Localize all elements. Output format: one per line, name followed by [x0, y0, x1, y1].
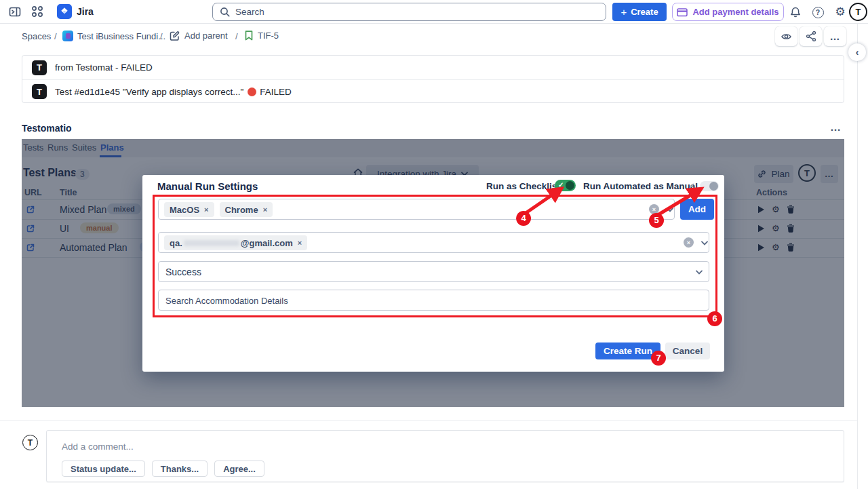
plus-icon: +	[620, 6, 627, 18]
failed-status-icon	[248, 87, 256, 96]
test-result-row[interactable]: T from Testomat - FAILED	[22, 56, 844, 79]
quick-reply-status-update[interactable]: Status update...	[62, 461, 145, 477]
toggle-knob	[709, 182, 718, 191]
test-result-text: from Testomat - FAILED	[55, 62, 153, 73]
add-payment-details-button[interactable]: Add payment details	[672, 3, 784, 21]
search-placeholder: Search	[235, 7, 264, 17]
app-name: Jira	[77, 6, 94, 17]
toggle-knob	[566, 181, 574, 190]
comment-box[interactable]: Add a comment... Status update... Thanks…	[46, 430, 844, 482]
comment-user-avatar: T	[22, 435, 38, 450]
status-select-value: Success	[165, 267, 201, 277]
status-select[interactable]: Success	[158, 261, 709, 282]
comment-placeholder: Add a comment...	[62, 442, 134, 452]
create-button-label: Create	[631, 7, 658, 17]
sidebar-toggle-button[interactable]	[7, 3, 23, 20]
testomat-logo-icon: T	[32, 84, 47, 99]
ellipsis-icon: …	[830, 121, 842, 133]
remove-tag-icon[interactable]: ×	[204, 206, 208, 214]
testomatio-more-button[interactable]: …	[830, 121, 842, 134]
assignee-multiselect[interactable]: qa.@gmail.com × ×	[158, 232, 709, 253]
chevron-down-icon[interactable]	[667, 208, 673, 212]
project-avatar-icon	[62, 31, 73, 41]
test-result-row[interactable]: T Test #ed1d1e45 "Verify app displays co…	[22, 79, 844, 103]
clear-field-icon[interactable]: ×	[684, 237, 694, 248]
redacted-email-blur	[184, 240, 239, 246]
failed-status-label: FAILED	[260, 87, 292, 97]
run-as-checklist-label: Run as Checklist	[486, 181, 560, 191]
breadcrumb-separator: /	[54, 31, 57, 41]
check-icon: ✓	[689, 182, 694, 189]
quick-reply-agree[interactable]: Agree...	[214, 461, 264, 477]
add-parent-label: Add parent	[184, 31, 228, 41]
ellipsis-icon: …	[830, 31, 841, 42]
run-title-value: Search Accommodation Details	[165, 296, 288, 306]
collapse-panel-button[interactable]: ‹	[848, 43, 866, 61]
gear-icon: ⚙	[835, 5, 845, 19]
run-title-input[interactable]: Search Accommodation Details	[158, 290, 709, 311]
manual-run-settings-modal: Manual Run Settings Run as Checklist ✓ R…	[142, 175, 724, 372]
watch-button[interactable]	[775, 26, 797, 46]
breadcrumb-separator: /	[160, 31, 163, 41]
edit-icon	[170, 31, 180, 41]
create-run-label: Create Run	[604, 346, 652, 356]
create-run-button[interactable]: Create Run	[595, 343, 660, 359]
app-switcher-icon	[31, 5, 43, 18]
jira-logo-mark	[60, 7, 69, 16]
chevron-down-icon[interactable]	[701, 241, 708, 246]
eye-icon	[781, 33, 791, 41]
test-results-card: T from Testomat - FAILED T Test #ed1d1e4…	[22, 55, 844, 103]
credit-card-icon	[677, 7, 688, 17]
breadcrumb-issue[interactable]: TIF-5	[245, 31, 279, 41]
breadcrumb-separator: /	[235, 31, 238, 41]
jira-home-link[interactable]: Jira	[57, 4, 94, 19]
environment-tag: Chrome×	[220, 202, 273, 217]
app-switcher-button[interactable]	[31, 5, 44, 18]
run-automated-as-manual-label: Run Automated as Manual	[583, 181, 698, 191]
search-input[interactable]: Search	[212, 3, 606, 21]
settings-button[interactable]: ⚙	[831, 3, 849, 20]
chevron-down-icon[interactable]	[696, 270, 703, 275]
user-avatar-initial: T	[856, 7, 861, 17]
create-button[interactable]: + Create	[612, 3, 667, 21]
right-rail-divider	[857, 24, 858, 489]
top-navigation-bar: Jira Search + Create Add payment details	[0, 0, 868, 24]
comment-section-divider	[0, 420, 857, 421]
share-button[interactable]	[800, 26, 822, 46]
testomatio-section-title: Testomatio	[22, 123, 72, 134]
more-actions-button[interactable]: …	[824, 26, 846, 46]
clear-field-icon[interactable]: ×	[649, 204, 659, 214]
bell-icon	[790, 7, 801, 18]
testomat-logo-icon: T	[32, 60, 47, 75]
breadcrumb-spaces[interactable]: Spaces	[22, 31, 51, 41]
cancel-label: Cancel	[673, 346, 703, 356]
issue-key-label: TIF-5	[258, 31, 279, 41]
sidebar-toggle-icon	[9, 6, 21, 18]
add-environment-button[interactable]: Add	[680, 199, 714, 220]
jira-page: Jira Search + Create Add payment details	[0, 0, 868, 489]
share-icon	[806, 31, 816, 41]
test-result-text: Test #ed1d1e45 "Verify app displays corr…	[55, 87, 292, 97]
help-icon: ?	[812, 7, 824, 18]
add-parent-button[interactable]: Add parent	[170, 31, 228, 41]
remove-tag-icon[interactable]: ×	[263, 206, 267, 214]
environments-multiselect[interactable]: MacOS× Chrome× ×	[158, 199, 675, 220]
modal-title: Manual Run Settings	[157, 179, 258, 194]
quick-reply-thanks[interactable]: Thanks...	[152, 461, 208, 477]
chevron-left-icon: ‹	[856, 47, 859, 58]
help-button[interactable]: ?	[809, 3, 827, 21]
assignee-tag: qa.@gmail.com ×	[164, 235, 307, 250]
cancel-button[interactable]: Cancel	[665, 343, 710, 359]
jira-logo	[57, 4, 72, 19]
remove-tag-icon[interactable]: ×	[298, 239, 302, 247]
breadcrumb-project[interactable]: Test iBusiness Fundi...	[77, 31, 165, 41]
user-avatar[interactable]: T	[849, 3, 867, 21]
run-automated-as-manual-toggle[interactable]	[700, 181, 719, 191]
notifications-button[interactable]	[787, 3, 804, 21]
environment-tag: MacOS×	[164, 202, 214, 217]
add-payment-details-label: Add payment details	[692, 7, 778, 17]
bookmark-icon	[245, 31, 253, 41]
search-icon	[220, 7, 230, 17]
check-icon: ✓	[558, 181, 564, 189]
run-as-checklist-toggle[interactable]: ✓	[555, 180, 576, 191]
